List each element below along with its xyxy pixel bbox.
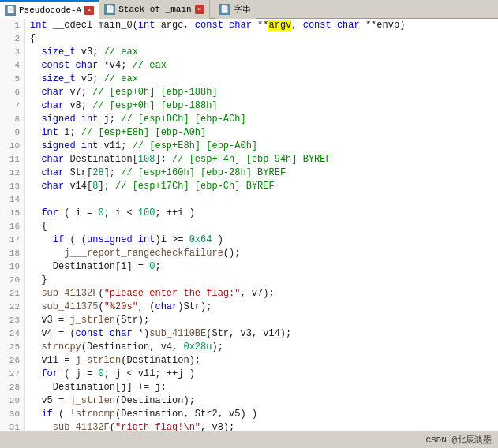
pseudocode-tab-icon: 📄: [5, 5, 16, 16]
credit-label: CSDN @北辰淡墨: [425, 434, 492, 446]
line-code: char Str[28]; // [esp+160h] [ebp-28h] BY…: [25, 166, 498, 180]
line-number: 26: [0, 354, 25, 368]
line-code: v4 = (const char *)sub_4110BE(Str, v3, v…: [25, 327, 498, 341]
line-code: char Destination[108]; // [esp+F4h] [ebp…: [25, 153, 498, 166]
table-row: 22 sub_411375("%20s", (char)Str);: [0, 301, 498, 314]
table-row: 12 char Str[28]; // [esp+160h] [ebp-28h]…: [0, 166, 498, 180]
table-row: 28 Destination[j] += j;: [0, 381, 498, 394]
table-row: 6 char v7; // [esp+0h] [ebp-188h]: [0, 86, 498, 99]
line-number: 24: [0, 327, 25, 341]
line-code: size_t v3; // eax: [25, 46, 498, 59]
tab-stack-label: Stack of _main: [118, 5, 191, 14]
line-number: 8: [0, 113, 25, 126]
table-row: 24 v4 = (const char *)sub_4110BE(Str, v3…: [0, 327, 498, 341]
line-code: v3 = j_strlen(Str);: [25, 314, 498, 327]
line-code: const char *v4; // eax: [25, 59, 498, 73]
table-row: 25 strncpy(Destination, v4, 0x28u);: [0, 341, 498, 354]
line-code: for ( j = 0; j < v11; ++j ): [25, 368, 498, 381]
line-code: size_t v5; // eax: [25, 73, 498, 86]
table-row: 19 Destination[i] = 0;: [0, 260, 498, 274]
table-row: 10 signed int v11; // [esp+E8h] [ebp-A0h…: [0, 140, 498, 153]
line-code: if ( !strncmp(Destination, Str2, v5) ): [25, 408, 498, 421]
line-number: 13: [0, 180, 25, 193]
table-row: 17 if ( (unsigned int)i >= 0x64 ): [0, 233, 498, 247]
code-area[interactable]: 1 int __cdecl main_0(int argc, const cha…: [0, 19, 498, 431]
tab-pseudocode-a-close[interactable]: ✕: [84, 6, 94, 15]
table-row: 18 j___report_rangecheckfailure();: [0, 247, 498, 260]
line-code: strncpy(Destination, v4, 0x28u);: [25, 341, 498, 354]
line-number: 23: [0, 314, 25, 327]
table-row: 7 char v8; // [esp+0h] [ebp-188h]: [0, 99, 498, 113]
line-code: sub_411375("%20s", (char)Str);: [25, 301, 498, 314]
table-row: 26 v11 = j_strlen(Destination);: [0, 354, 498, 368]
line-code: {: [25, 220, 498, 233]
table-row: 5 size_t v5; // eax: [0, 73, 498, 86]
line-code: if ( (unsigned int)i >= 0x64 ): [25, 233, 498, 247]
table-row: 13 char v14[8]; // [esp+17Ch] [ebp-Ch] B…: [0, 180, 498, 193]
line-code: sub_41132F("rigth flag!\n", v8);: [25, 421, 498, 431]
line-number: 9: [0, 126, 25, 140]
tab-pseudocode-a-label: Pseudocode-A: [19, 6, 81, 15]
table-row: 1 int __cdecl main_0(int argc, const cha…: [0, 19, 498, 32]
table-row: 2 {: [0, 32, 498, 46]
line-number: 6: [0, 86, 25, 99]
stack-tab-icon: 📄: [104, 4, 115, 15]
line-number: 31: [0, 421, 25, 431]
table-row: 20 }: [0, 274, 498, 287]
line-code: j___report_rangecheckfailure();: [25, 247, 498, 260]
tab-zifu[interactable]: 📄 字串: [215, 0, 256, 19]
table-row: 9 int i; // [esp+E8h] [ebp-A0h]: [0, 126, 498, 140]
line-number: 2: [0, 32, 25, 46]
line-number: 3: [0, 46, 25, 59]
line-code: v11 = j_strlen(Destination);: [25, 354, 498, 368]
line-code: signed int v11; // [esp+E8h] [ebp-A0h]: [25, 140, 498, 153]
line-code: int i; // [esp+E8h] [ebp-A0h]: [25, 126, 498, 140]
line-number: 10: [0, 140, 25, 153]
zifu-tab-icon: 📄: [219, 4, 230, 15]
line-code: char v14[8]; // [esp+17Ch] [ebp-Ch] BYRE…: [25, 180, 498, 193]
table-row: 23 v3 = j_strlen(Str);: [0, 314, 498, 327]
table-row: 4 const char *v4; // eax: [0, 59, 498, 73]
line-code: char v8; // [esp+0h] [ebp-188h]: [25, 99, 498, 113]
line-code: }: [25, 274, 498, 287]
line-number: 30: [0, 408, 25, 421]
line-code: Destination[i] = 0;: [25, 260, 498, 274]
line-number: 15: [0, 207, 25, 220]
line-number: 18: [0, 247, 25, 260]
table-row: 16 {: [0, 220, 498, 233]
table-row: 3 size_t v3; // eax: [0, 46, 498, 59]
line-code: Destination[j] += j;: [25, 381, 498, 394]
line-number: 14: [0, 193, 25, 207]
line-number: 17: [0, 233, 25, 247]
line-number: 1: [0, 19, 25, 32]
line-code: v5 = j_strlen(Destination);: [25, 394, 498, 408]
tab-bar: 📄 Pseudocode-A ✕ 📄 Stack of _main ✕ 📄 字串: [0, 0, 498, 19]
table-row: 31 sub_41132F("rigth flag!\n", v8);: [0, 421, 498, 431]
main-window: 📄 Pseudocode-A ✕ 📄 Stack of _main ✕ 📄 字串…: [0, 0, 498, 448]
line-number: 29: [0, 394, 25, 408]
table-row: 8 signed int j; // [esp+DCh] [ebp-ACh]: [0, 113, 498, 126]
code-content: 1 int __cdecl main_0(int argc, const cha…: [0, 19, 498, 431]
table-row: 15 for ( i = 0; i < 100; ++i ): [0, 207, 498, 220]
line-code: {: [25, 32, 498, 46]
line-number: 21: [0, 287, 25, 301]
line-code: char v7; // [esp+0h] [ebp-188h]: [25, 86, 498, 99]
table-row: 29 v5 = j_strlen(Destination);: [0, 394, 498, 408]
line-number: 12: [0, 166, 25, 180]
tab-stack-of-main[interactable]: 📄 Stack of _main ✕: [99, 0, 209, 19]
line-number: 11: [0, 153, 25, 166]
line-number: 4: [0, 59, 25, 73]
bottom-bar: CSDN @北辰淡墨: [0, 431, 498, 448]
tab-pseudocode-a[interactable]: 📄 Pseudocode-A ✕: [0, 0, 99, 19]
line-code: for ( i = 0; i < 100; ++i ): [25, 207, 498, 220]
tab-stack-close[interactable]: ✕: [195, 5, 204, 14]
line-number: 7: [0, 99, 25, 113]
line-number: 16: [0, 220, 25, 233]
line-number: 25: [0, 341, 25, 354]
line-number: 20: [0, 274, 25, 287]
table-row: 30 if ( !strncmp(Destination, Str2, v5) …: [0, 408, 498, 421]
line-number: 19: [0, 260, 25, 274]
line-code: signed int j; // [esp+DCh] [ebp-ACh]: [25, 113, 498, 126]
table-row: 27 for ( j = 0; j < v11; ++j ): [0, 368, 498, 381]
table-row: 14: [0, 193, 498, 207]
